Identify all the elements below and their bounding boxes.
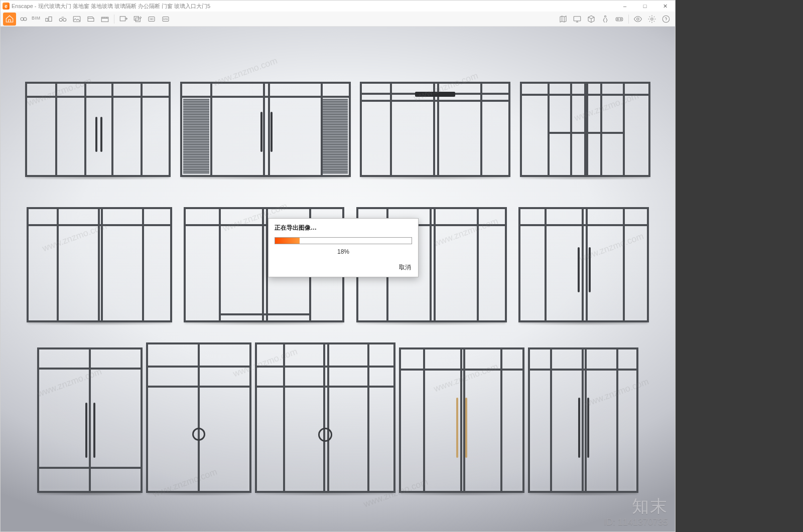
glass-door-model — [25, 82, 171, 177]
toolbar-separator — [114, 15, 114, 24]
render-viewport[interactable]: www.znzmo.com www.znzmo.com www.znzmo.co… — [1, 27, 675, 531]
exe-export-button[interactable]: EXE — [159, 13, 172, 26]
export-batch-icon — [133, 15, 142, 24]
minimap-button[interactable] — [557, 13, 570, 26]
video-icon — [100, 15, 109, 24]
svg-point-5 — [63, 18, 66, 21]
bim-toggle-button[interactable] — [42, 13, 55, 26]
watermark-id: ID: 1141370735 — [604, 517, 668, 527]
svg-rect-9 — [134, 16, 139, 20]
window-minimize-button[interactable]: – — [615, 1, 635, 12]
link-sync-button[interactable] — [17, 13, 30, 26]
door-ring-handle — [318, 428, 332, 442]
glass-door-model — [255, 342, 395, 493]
bim-label: BIM — [32, 16, 41, 21]
toolbar: BIM 360 EXE — [1, 12, 675, 27]
vr-button[interactable] — [613, 13, 626, 26]
glass-door-model — [146, 342, 251, 493]
export-progress-dialog: 正在导出图像… 18% 取消 — [268, 218, 419, 277]
eye-icon — [633, 15, 642, 24]
home-icon — [5, 15, 14, 24]
export-image-button[interactable] — [117, 13, 130, 26]
scene: www.znzmo.com www.znzmo.com www.znzmo.co… — [1, 27, 675, 531]
glass-door-model — [180, 82, 351, 177]
progress-percent-label: 18% — [269, 245, 418, 260]
settings-button[interactable] — [645, 13, 658, 26]
svg-rect-15 — [574, 16, 581, 21]
door-ring-handle — [192, 428, 205, 441]
window-title: Enscape - 现代玻璃大门 落地窗 落地玻璃 玻璃隔断 办公隔断 门窗 玻… — [12, 3, 210, 10]
orbit-button[interactable] — [84, 13, 97, 26]
asset-library-button[interactable] — [585, 13, 598, 26]
image-button[interactable] — [70, 13, 83, 26]
titlebar: e Enscape - 现代玻璃大门 落地窗 落地玻璃 玻璃隔断 办公隔断 门窗… — [1, 1, 675, 12]
video-button[interactable] — [98, 13, 111, 26]
progress-bar-fill — [275, 238, 300, 244]
svg-text:EXE: EXE — [163, 18, 168, 21]
export-batch-button[interactable] — [131, 13, 144, 26]
dialog-message: 正在导出图像… — [269, 219, 418, 235]
app-logo-icon: e — [3, 3, 10, 10]
visual-settings-button[interactable] — [631, 13, 644, 26]
binoculars-button[interactable] — [56, 13, 69, 26]
svg-point-18 — [617, 18, 619, 20]
glass-door-model — [27, 207, 172, 322]
display-icon — [573, 15, 582, 24]
progress-bar — [275, 237, 412, 244]
home-button[interactable] — [3, 13, 16, 26]
svg-rect-10 — [136, 18, 140, 22]
panorama-button[interactable]: 360 — [145, 13, 158, 26]
glass-door-model — [518, 207, 649, 322]
app-window: e Enscape - 现代玻璃大门 落地窗 落地玻璃 玻璃隔断 办公隔断 门窗… — [0, 0, 676, 532]
svg-point-4 — [59, 18, 62, 21]
export-image-icon — [119, 15, 128, 24]
orbit-icon — [86, 15, 95, 24]
glass-door-model — [520, 82, 650, 177]
walk-mode-icon — [601, 15, 610, 24]
asset-library-icon — [587, 15, 596, 24]
vr-icon — [615, 15, 624, 24]
svg-text:360: 360 — [150, 18, 154, 21]
svg-rect-8 — [120, 16, 125, 21]
binoculars-icon — [58, 15, 67, 24]
svg-point-22 — [662, 16, 670, 23]
toolbar-separator — [628, 15, 629, 24]
svg-point-23 — [666, 21, 666, 21]
help-button[interactable] — [659, 13, 673, 26]
help-icon — [661, 15, 671, 24]
walk-mode-button[interactable] — [599, 13, 612, 26]
glass-door-model — [360, 82, 510, 177]
glass-door-model — [528, 347, 638, 493]
image-icon — [72, 15, 81, 24]
svg-point-1 — [24, 18, 27, 21]
watermark-corner: 知末 ID: 1141370735 — [604, 495, 668, 527]
minimap-icon — [559, 15, 568, 24]
svg-point-0 — [21, 18, 24, 21]
svg-point-20 — [637, 18, 639, 20]
svg-rect-3 — [49, 17, 52, 21]
svg-rect-2 — [46, 18, 48, 21]
bim-toggle-icon — [44, 15, 53, 24]
auto-door-sensor — [415, 92, 455, 97]
window-close-button[interactable]: ✕ — [655, 1, 675, 12]
watermark-brand: 知末 — [604, 495, 668, 518]
svg-point-16 — [605, 16, 606, 17]
panorama-icon: 360 — [147, 15, 156, 24]
glass-door-model — [37, 347, 143, 493]
display-button[interactable] — [571, 13, 584, 26]
settings-icon — [647, 15, 656, 24]
glass-door-model — [399, 347, 524, 493]
svg-point-19 — [620, 18, 622, 20]
window-maximize-button[interactable]: □ — [635, 1, 655, 12]
link-icon — [19, 15, 28, 24]
cancel-button[interactable]: 取消 — [399, 264, 411, 271]
svg-rect-6 — [73, 16, 80, 22]
exe-export-icon: EXE — [161, 15, 170, 24]
svg-point-21 — [651, 18, 653, 20]
